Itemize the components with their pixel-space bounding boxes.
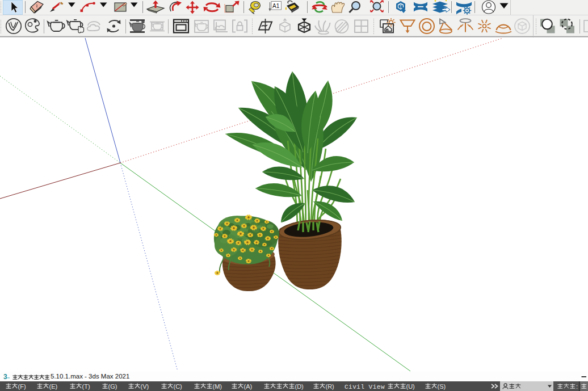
svg-text:(G): (G): [108, 383, 117, 390]
svg-text:(C): (C): [174, 383, 182, 390]
svg-text:(D): (D): [295, 383, 304, 390]
svg-text:(E): (E): [49, 383, 58, 390]
svg-text:(S): (S): [438, 383, 446, 390]
svg-text:(T): (T): [82, 383, 90, 390]
svg-text:Civil View: Civil View: [345, 384, 385, 390]
svg-text:(V): (V): [141, 383, 149, 390]
svg-text:(U): (U): [406, 383, 415, 390]
svg-text::: :: [576, 383, 578, 390]
svg-text:(A): (A): [244, 383, 253, 390]
svg-text:(F): (F): [18, 383, 26, 390]
svg-text:A1: A1: [272, 3, 280, 9]
svg-text:3: 3: [3, 373, 7, 381]
svg-text:(M): (M): [213, 383, 222, 390]
svg-text:(R): (R): [326, 383, 334, 390]
svg-text:5.10.1.max - 3ds Max 2021: 5.10.1.max - 3ds Max 2021: [51, 373, 129, 380]
